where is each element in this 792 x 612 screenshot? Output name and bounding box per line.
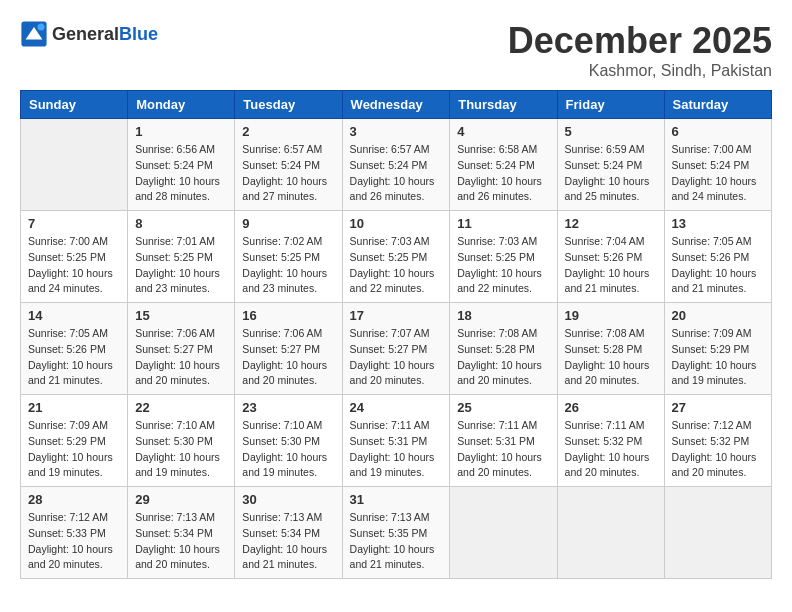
weekday-header-sunday: Sunday: [21, 91, 128, 119]
day-info: Sunrise: 7:13 AM Sunset: 5:34 PM Dayligh…: [135, 510, 227, 573]
day-info: Sunrise: 7:11 AM Sunset: 5:31 PM Dayligh…: [457, 418, 549, 481]
day-number: 19: [565, 308, 657, 323]
day-info: Sunrise: 7:09 AM Sunset: 5:29 PM Dayligh…: [28, 418, 120, 481]
day-info: Sunrise: 7:01 AM Sunset: 5:25 PM Dayligh…: [135, 234, 227, 297]
day-number: 16: [242, 308, 334, 323]
weekday-header-saturday: Saturday: [664, 91, 771, 119]
empty-day: [557, 487, 664, 579]
calendar-day-5: 5Sunrise: 6:59 AM Sunset: 5:24 PM Daylig…: [557, 119, 664, 211]
day-number: 7: [28, 216, 120, 231]
day-number: 8: [135, 216, 227, 231]
day-info: Sunrise: 7:08 AM Sunset: 5:28 PM Dayligh…: [457, 326, 549, 389]
day-number: 11: [457, 216, 549, 231]
weekday-header-wednesday: Wednesday: [342, 91, 450, 119]
day-info: Sunrise: 6:58 AM Sunset: 5:24 PM Dayligh…: [457, 142, 549, 205]
weekday-header-tuesday: Tuesday: [235, 91, 342, 119]
day-info: Sunrise: 7:02 AM Sunset: 5:25 PM Dayligh…: [242, 234, 334, 297]
day-number: 25: [457, 400, 549, 415]
day-number: 1: [135, 124, 227, 139]
day-info: Sunrise: 6:56 AM Sunset: 5:24 PM Dayligh…: [135, 142, 227, 205]
page-header: GeneralBlue December 2025 Kashmor, Sindh…: [20, 20, 772, 80]
day-number: 15: [135, 308, 227, 323]
calendar-day-30: 30Sunrise: 7:13 AM Sunset: 5:34 PM Dayli…: [235, 487, 342, 579]
day-number: 6: [672, 124, 764, 139]
day-info: Sunrise: 7:08 AM Sunset: 5:28 PM Dayligh…: [565, 326, 657, 389]
day-info: Sunrise: 7:11 AM Sunset: 5:32 PM Dayligh…: [565, 418, 657, 481]
calendar-day-19: 19Sunrise: 7:08 AM Sunset: 5:28 PM Dayli…: [557, 303, 664, 395]
logo-text: GeneralBlue: [52, 24, 158, 45]
month-title: December 2025: [508, 20, 772, 62]
day-info: Sunrise: 6:59 AM Sunset: 5:24 PM Dayligh…: [565, 142, 657, 205]
calendar-day-1: 1Sunrise: 6:56 AM Sunset: 5:24 PM Daylig…: [128, 119, 235, 211]
day-info: Sunrise: 7:13 AM Sunset: 5:35 PM Dayligh…: [350, 510, 443, 573]
day-number: 23: [242, 400, 334, 415]
weekday-header-monday: Monday: [128, 91, 235, 119]
calendar-header-row: SundayMondayTuesdayWednesdayThursdayFrid…: [21, 91, 772, 119]
day-number: 3: [350, 124, 443, 139]
calendar-day-20: 20Sunrise: 7:09 AM Sunset: 5:29 PM Dayli…: [664, 303, 771, 395]
day-number: 20: [672, 308, 764, 323]
day-info: Sunrise: 6:57 AM Sunset: 5:24 PM Dayligh…: [242, 142, 334, 205]
day-number: 18: [457, 308, 549, 323]
calendar-day-17: 17Sunrise: 7:07 AM Sunset: 5:27 PM Dayli…: [342, 303, 450, 395]
calendar-day-9: 9Sunrise: 7:02 AM Sunset: 5:25 PM Daylig…: [235, 211, 342, 303]
day-number: 12: [565, 216, 657, 231]
title-block: December 2025 Kashmor, Sindh, Pakistan: [508, 20, 772, 80]
day-info: Sunrise: 7:00 AM Sunset: 5:25 PM Dayligh…: [28, 234, 120, 297]
empty-day: [21, 119, 128, 211]
day-info: Sunrise: 7:09 AM Sunset: 5:29 PM Dayligh…: [672, 326, 764, 389]
logo: GeneralBlue: [20, 20, 158, 48]
calendar-day-22: 22Sunrise: 7:10 AM Sunset: 5:30 PM Dayli…: [128, 395, 235, 487]
calendar-week-row: 21Sunrise: 7:09 AM Sunset: 5:29 PM Dayli…: [21, 395, 772, 487]
calendar-day-11: 11Sunrise: 7:03 AM Sunset: 5:25 PM Dayli…: [450, 211, 557, 303]
calendar-day-2: 2Sunrise: 6:57 AM Sunset: 5:24 PM Daylig…: [235, 119, 342, 211]
day-number: 31: [350, 492, 443, 507]
calendar-day-10: 10Sunrise: 7:03 AM Sunset: 5:25 PM Dayli…: [342, 211, 450, 303]
day-info: Sunrise: 7:12 AM Sunset: 5:33 PM Dayligh…: [28, 510, 120, 573]
day-info: Sunrise: 7:10 AM Sunset: 5:30 PM Dayligh…: [242, 418, 334, 481]
calendar-day-12: 12Sunrise: 7:04 AM Sunset: 5:26 PM Dayli…: [557, 211, 664, 303]
day-info: Sunrise: 6:57 AM Sunset: 5:24 PM Dayligh…: [350, 142, 443, 205]
calendar-day-26: 26Sunrise: 7:11 AM Sunset: 5:32 PM Dayli…: [557, 395, 664, 487]
calendar-day-24: 24Sunrise: 7:11 AM Sunset: 5:31 PM Dayli…: [342, 395, 450, 487]
day-info: Sunrise: 7:03 AM Sunset: 5:25 PM Dayligh…: [350, 234, 443, 297]
calendar-week-row: 14Sunrise: 7:05 AM Sunset: 5:26 PM Dayli…: [21, 303, 772, 395]
calendar-day-6: 6Sunrise: 7:00 AM Sunset: 5:24 PM Daylig…: [664, 119, 771, 211]
calendar-week-row: 1Sunrise: 6:56 AM Sunset: 5:24 PM Daylig…: [21, 119, 772, 211]
empty-day: [664, 487, 771, 579]
weekday-header-thursday: Thursday: [450, 91, 557, 119]
day-info: Sunrise: 7:06 AM Sunset: 5:27 PM Dayligh…: [242, 326, 334, 389]
day-number: 9: [242, 216, 334, 231]
day-info: Sunrise: 7:10 AM Sunset: 5:30 PM Dayligh…: [135, 418, 227, 481]
weekday-header-friday: Friday: [557, 91, 664, 119]
day-info: Sunrise: 7:12 AM Sunset: 5:32 PM Dayligh…: [672, 418, 764, 481]
svg-point-2: [38, 24, 45, 31]
day-info: Sunrise: 7:13 AM Sunset: 5:34 PM Dayligh…: [242, 510, 334, 573]
calendar-day-29: 29Sunrise: 7:13 AM Sunset: 5:34 PM Dayli…: [128, 487, 235, 579]
day-number: 24: [350, 400, 443, 415]
calendar-day-8: 8Sunrise: 7:01 AM Sunset: 5:25 PM Daylig…: [128, 211, 235, 303]
calendar-table: SundayMondayTuesdayWednesdayThursdayFrid…: [20, 90, 772, 579]
day-number: 29: [135, 492, 227, 507]
calendar-day-4: 4Sunrise: 6:58 AM Sunset: 5:24 PM Daylig…: [450, 119, 557, 211]
calendar-day-13: 13Sunrise: 7:05 AM Sunset: 5:26 PM Dayli…: [664, 211, 771, 303]
logo-icon: [20, 20, 48, 48]
day-info: Sunrise: 7:00 AM Sunset: 5:24 PM Dayligh…: [672, 142, 764, 205]
day-info: Sunrise: 7:11 AM Sunset: 5:31 PM Dayligh…: [350, 418, 443, 481]
day-number: 22: [135, 400, 227, 415]
day-number: 21: [28, 400, 120, 415]
calendar-day-28: 28Sunrise: 7:12 AM Sunset: 5:33 PM Dayli…: [21, 487, 128, 579]
day-number: 26: [565, 400, 657, 415]
calendar-day-21: 21Sunrise: 7:09 AM Sunset: 5:29 PM Dayli…: [21, 395, 128, 487]
day-number: 5: [565, 124, 657, 139]
calendar-day-18: 18Sunrise: 7:08 AM Sunset: 5:28 PM Dayli…: [450, 303, 557, 395]
calendar-day-27: 27Sunrise: 7:12 AM Sunset: 5:32 PM Dayli…: [664, 395, 771, 487]
day-info: Sunrise: 7:05 AM Sunset: 5:26 PM Dayligh…: [28, 326, 120, 389]
calendar-day-31: 31Sunrise: 7:13 AM Sunset: 5:35 PM Dayli…: [342, 487, 450, 579]
day-number: 27: [672, 400, 764, 415]
calendar-day-3: 3Sunrise: 6:57 AM Sunset: 5:24 PM Daylig…: [342, 119, 450, 211]
day-info: Sunrise: 7:04 AM Sunset: 5:26 PM Dayligh…: [565, 234, 657, 297]
day-info: Sunrise: 7:03 AM Sunset: 5:25 PM Dayligh…: [457, 234, 549, 297]
day-number: 10: [350, 216, 443, 231]
calendar-day-15: 15Sunrise: 7:06 AM Sunset: 5:27 PM Dayli…: [128, 303, 235, 395]
